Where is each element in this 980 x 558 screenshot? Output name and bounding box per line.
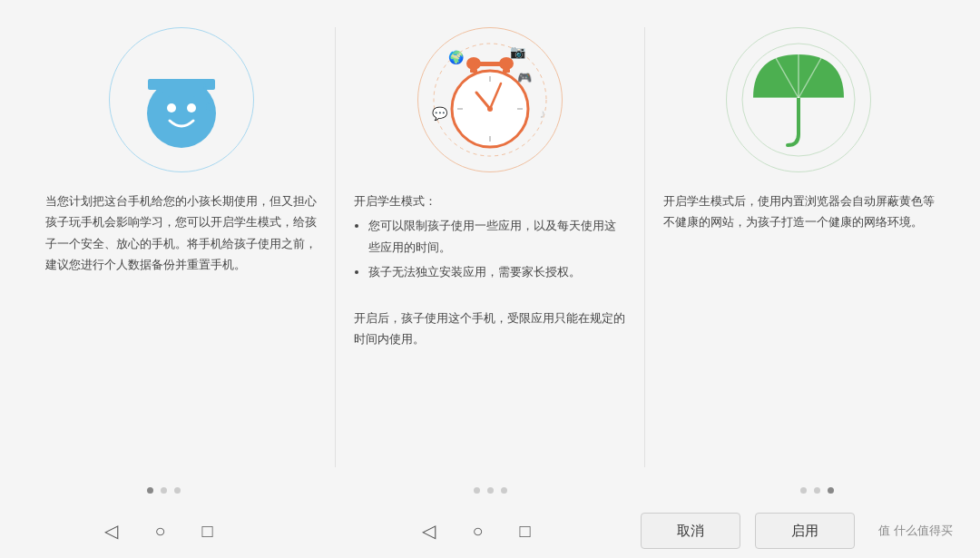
bottom-bar: ◁ ○ □ ◁ ○ □ 取消 启用 值 什么值得买 bbox=[0, 504, 980, 558]
recents-icon-right[interactable]: □ bbox=[520, 521, 531, 542]
panel-1-text: 当您计划把这台手机给您的小孩长期使用，但又担心孩子玩手机会影响学习，您可以开启学… bbox=[45, 191, 317, 276]
panel-2-bullets: 您可以限制孩子使用一些应用，以及每天使用这些应用的时间。 孩子无法独立安装应用，… bbox=[368, 215, 625, 282]
dot-1-3 bbox=[174, 487, 181, 494]
umbrella-icon-svg bbox=[735, 36, 862, 163]
clock-icon-area: 📷 🌍 ♪ 💬 🎮 bbox=[417, 27, 563, 172]
apply-button[interactable]: 启用 bbox=[755, 513, 855, 549]
main-content: 当您计划把这台手机给您的小孩长期使用，但又担心孩子玩手机会影响学习，您可以开启学… bbox=[0, 0, 980, 476]
dot-3-1 bbox=[800, 487, 807, 494]
svg-text:📷: 📷 bbox=[509, 44, 525, 60]
svg-text:♪: ♪ bbox=[539, 106, 545, 121]
dot-2-3 bbox=[501, 487, 507, 494]
panel-2-bullet-2: 孩子无法独立安装应用，需要家长授权。 bbox=[368, 261, 625, 282]
panel-1: 当您计划把这台手机给您的小孩长期使用，但又担心孩子玩手机会影响学习，您可以开启学… bbox=[27, 18, 335, 476]
svg-point-24 bbox=[487, 106, 493, 112]
recents-icon-left[interactable]: □ bbox=[202, 521, 213, 542]
dots-row bbox=[0, 476, 980, 504]
home-icon-left[interactable]: ○ bbox=[154, 521, 165, 542]
back-icon-right[interactable]: ◁ bbox=[422, 520, 436, 542]
dot-2-2 bbox=[487, 487, 494, 494]
action-area: 取消 启用 值 什么值得买 bbox=[635, 513, 980, 549]
panel-3-text: 开启学生模式后，使用内置浏览器会自动屏蔽黄色等不健康的网站，为孩子打造一个健康的… bbox=[663, 191, 935, 233]
dot-1-2 bbox=[161, 487, 167, 494]
panel-2-bullet-1: 您可以限制孩子使用一些应用，以及每天使用这些应用的时间。 bbox=[368, 215, 625, 258]
svg-text:💬: 💬 bbox=[431, 106, 447, 122]
dot-2-1 bbox=[474, 487, 480, 494]
svg-point-2 bbox=[187, 103, 196, 113]
panel-2-title: 开启学生模式： bbox=[354, 194, 436, 208]
clock-icon-svg: 📷 🌍 ♪ 💬 🎮 bbox=[426, 36, 554, 163]
panel-2-text: 开启学生模式： 您可以限制孩子使用一些应用，以及每天使用这些应用的时间。 孩子无… bbox=[354, 191, 625, 350]
svg-rect-16 bbox=[474, 62, 506, 66]
back-icon-left[interactable]: ◁ bbox=[104, 520, 118, 542]
home-icon-right[interactable]: ○ bbox=[472, 521, 483, 542]
dots-panel-2 bbox=[327, 476, 653, 504]
student-mode-icon-area bbox=[109, 27, 254, 172]
watermark: 值 什么值得买 bbox=[878, 523, 953, 539]
svg-point-1 bbox=[167, 103, 176, 113]
dot-3-3 bbox=[828, 487, 834, 494]
right-nav: ◁ ○ □ bbox=[318, 520, 635, 542]
dot-1-1 bbox=[147, 487, 153, 494]
umbrella-icon-area bbox=[726, 27, 871, 172]
panel-3: 开启学生模式后，使用内置浏览器会自动屏蔽黄色等不健康的网站，为孩子打造一个健康的… bbox=[645, 18, 953, 476]
svg-point-5 bbox=[206, 103, 213, 111]
dots-panel-1 bbox=[0, 476, 327, 504]
svg-text:🌍: 🌍 bbox=[447, 50, 464, 65]
panel-2-extra: 开启后，孩子使用这个手机，受限应用只能在规定的时间内使用。 bbox=[354, 311, 625, 346]
dots-panel-3 bbox=[653, 476, 980, 504]
dot-3-2 bbox=[814, 487, 820, 494]
student-icon-svg bbox=[122, 41, 240, 159]
cancel-button[interactable]: 取消 bbox=[641, 513, 740, 549]
left-nav: ◁ ○ □ bbox=[0, 520, 318, 542]
panel-2: 📷 🌍 ♪ 💬 🎮 bbox=[336, 18, 643, 476]
